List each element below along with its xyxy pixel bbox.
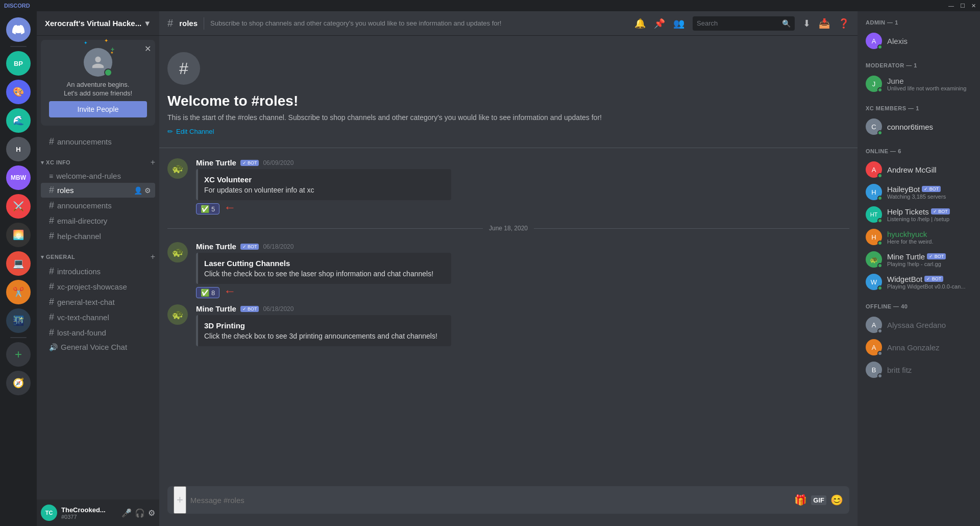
member-status-britt [877, 373, 883, 378]
friend-popout-close-button[interactable]: ✕ [144, 44, 151, 54]
server-icon-s7[interactable]: 🌃 [6, 308, 31, 333]
pencil-icon: ✏ [167, 128, 173, 135]
channel-item-help-channel[interactable]: # help-channel [41, 229, 155, 244]
member-item-june[interactable]: J June Unlived life not worth examining [862, 73, 976, 95]
checkmark-icon-2: ✓ [242, 244, 247, 249]
member-subtext-june: Unlived life not worth examining [887, 85, 972, 91]
member-list-icon[interactable]: 👥 [673, 18, 684, 29]
member-subtext-haileybot: Watching 3,185 servers [887, 194, 972, 200]
member-status-connor [877, 130, 883, 135]
server-icon-s1[interactable]: 🎨 [6, 80, 31, 104]
turtle-emoji-3: 🐢 [172, 309, 183, 320]
server-icon-s2[interactable]: 🌊 [6, 108, 31, 133]
divider-line-right [534, 228, 849, 229]
pinned-messages-icon[interactable]: 📌 [654, 18, 665, 29]
notification-bell-icon[interactable]: 🔔 [634, 18, 646, 29]
channel-item-general-voice-chat[interactable]: 🔊 General Voice Chat [41, 341, 155, 353]
category-general[interactable]: ▾ GENERAL + [37, 244, 159, 264]
window-controls[interactable]: — ☐ ✕ [948, 3, 976, 9]
user-settings-button[interactable]: ⚙ [148, 508, 155, 518]
server-icon-mbw[interactable]: MBW [6, 165, 31, 190]
maximize-button[interactable]: ☐ [960, 3, 965, 9]
message-input[interactable] [190, 490, 790, 510]
member-item-widgetbot[interactable]: W WidgetBot ✓ BOT Playing WidgetBot v0.0… [862, 271, 976, 293]
member-info-hyuckhyuck: hyuckhyuck Here for the weird. [887, 230, 972, 245]
channel-item-email-directory[interactable]: # email-directory [41, 213, 155, 228]
channel-item-introductions[interactable]: # introductions [41, 264, 155, 279]
member-item-andrew[interactable]: A Andrew McGill [862, 158, 976, 181]
channel-name: xc-project-showcase [57, 282, 127, 291]
member-item-mine-turtle[interactable]: 🐢 Mine Turtle ✓ BOT Playing !help - carl… [862, 248, 976, 271]
gif-button[interactable]: GIF [811, 495, 826, 505]
channel-member-icon[interactable]: 👤 [134, 186, 142, 195]
add-server-button[interactable]: + [6, 342, 31, 367]
category-add-button[interactable]: + [151, 252, 155, 261]
server-icon-s3[interactable]: ⚔️ [6, 194, 31, 219]
member-item-hyuckhyuck[interactable]: H hyuckhyuck Here for the weird. [862, 226, 976, 248]
minimize-button[interactable]: — [948, 3, 954, 9]
member-info-june: June Unlived life not worth examining [887, 77, 972, 91]
download-icon[interactable]: ⬇ [803, 18, 811, 29]
category-xc-info[interactable]: ▾ XC INFO + [37, 150, 159, 169]
message-timestamp-1: 06/09/2020 [263, 159, 293, 166]
server-name-bar[interactable]: Xerocraft's Virtual Hacke... ▼ [37, 11, 159, 36]
member-status-haileybot [877, 196, 883, 201]
channel-rules-icon: ≡ [49, 172, 53, 180]
server-separator [10, 46, 27, 47]
member-info-helptickets: Help Tickets ✓ BOT Listening to /help | … [887, 207, 972, 222]
channel-item-vc-text-channel[interactable]: # vc-text-channel [41, 310, 155, 325]
server-icon-bp[interactable]: BP [6, 51, 31, 76]
server-icon-s6[interactable]: ✂️ [6, 280, 31, 304]
channel-item-welcome-and-rules[interactable]: ≡ welcome-and-rules [41, 170, 155, 182]
emoji-button[interactable]: 😊 [830, 494, 843, 506]
attach-file-button[interactable]: + [174, 486, 186, 514]
category-add-button[interactable]: + [151, 158, 155, 167]
reaction-emoji-2: ✅ [201, 289, 209, 297]
inbox-icon[interactable]: 📥 [819, 18, 830, 29]
invite-people-button[interactable]: Invite People [49, 101, 147, 117]
reaction-1[interactable]: ✅ 5 [196, 203, 219, 214]
close-button[interactable]: ✕ [971, 3, 976, 9]
channel-item-announcements-top[interactable]: # announcements [41, 134, 155, 149]
bot-badge-2: ✓ BOT [240, 244, 259, 250]
server-icon-s5[interactable]: 💻 [6, 251, 31, 276]
channel-settings-icon[interactable]: ⚙ [144, 186, 151, 195]
channel-name: roles [57, 186, 74, 195]
search-box[interactable]: Search 🔍 [693, 16, 795, 31]
member-name-connor: connor6times [887, 123, 972, 131]
gift-icon[interactable]: 🎁 [794, 494, 807, 506]
member-item-haileybot[interactable]: H HaileyBot ✓ BOT Watching 3,185 servers [862, 181, 976, 203]
member-name-june: June [887, 77, 972, 85]
member-avatar-anna: A [866, 339, 882, 355]
server-dropdown-icon: ▼ [143, 19, 151, 28]
member-item-britt[interactable]: B britt fitz [862, 358, 976, 381]
server-icon-h[interactable]: H [6, 137, 31, 161]
member-item-anna[interactable]: A Anna Gonzalez [862, 336, 976, 358]
channel-item-general-text-chat[interactable]: # general-text-chat [41, 295, 155, 309]
member-item-alexis[interactable]: A Alexis [862, 30, 976, 52]
discord-home-button[interactable] [6, 17, 31, 42]
reaction-2[interactable]: ✅ 8 [196, 287, 219, 298]
server-icon-s4[interactable]: 🌅 [6, 223, 31, 247]
avatar-mine-turtle-1: 🐢 [167, 158, 188, 179]
member-item-alyssaa[interactable]: A Alyssaa Gredano [862, 314, 976, 336]
members-section-offline: OFFLINE — 40 A Alyssaa Gredano A Anna Go… [857, 295, 980, 383]
deafen-button[interactable]: 🎧 [135, 508, 145, 518]
member-info-mine-turtle: Mine Turtle ✓ BOT Playing !help - carl.g… [887, 252, 972, 267]
member-status-mine-turtle [877, 263, 883, 268]
embed-title-3: 3D Printing [204, 321, 445, 330]
channel-item-lost-and-found[interactable]: # lost-and-found [41, 325, 155, 340]
mute-button[interactable]: 🎤 [121, 508, 132, 518]
channel-item-announcements[interactable]: # announcements [41, 198, 155, 213]
member-item-connor[interactable]: C connor6times [862, 115, 976, 138]
widgetbot-badge: ✓ BOT [924, 276, 943, 282]
message-username-3: Mine Turtle [196, 304, 236, 313]
explore-servers-button[interactable]: 🧭 [6, 371, 31, 395]
member-item-helptickets[interactable]: HT Help Tickets ✓ BOT Listening to /help… [862, 203, 976, 226]
help-icon[interactable]: ❓ [838, 18, 849, 29]
channel-item-roles[interactable]: # roles 👤 ⚙ [41, 183, 155, 198]
bot-badge-3: ✓ BOT [240, 306, 259, 312]
channel-header-name: roles [179, 19, 198, 28]
edit-channel-button[interactable]: ✏ Edit Channel [167, 128, 849, 135]
channel-item-xc-project-showcase[interactable]: # xc-project-showcase [41, 279, 155, 294]
